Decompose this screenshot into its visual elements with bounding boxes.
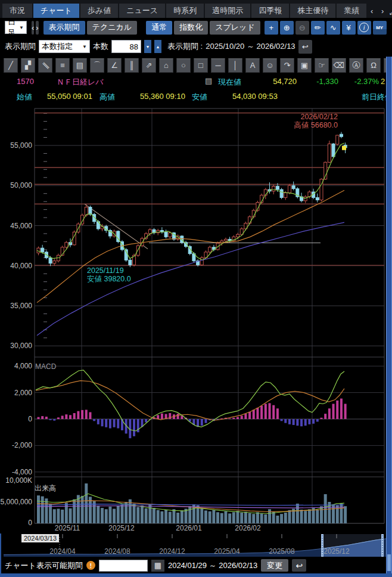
symbol-name: ＮＦ日経レバ — [57, 77, 104, 88]
draw-tool-fan-arc[interactable]: ⌒ — [90, 58, 104, 73]
count-mode-select[interactable]: 本数指定 ▼ — [39, 40, 90, 53]
spread-mode-button[interactable]: スプレッド — [210, 21, 260, 35]
count-spin-down[interactable]: ▼ — [144, 40, 151, 53]
tab-8[interactable]: 株主優待 — [290, 4, 335, 18]
main-toolbar: 日足 ▼ ‹ › 表示期間 テクニカル 通常 指数化 スプレッド +⊕⊖✏∿¥i… — [0, 19, 385, 36]
draw-tool-eraser-text[interactable]: Ⓐ — [349, 58, 363, 73]
horizontal-lines-3-icon: ≡ — [60, 61, 65, 70]
draw-tool-fan-lines[interactable]: ∠ — [107, 58, 122, 73]
zoom-out-button[interactable]: ⊖ — [295, 21, 309, 35]
order-board-icon[interactable]: ▤ — [205, 76, 212, 85]
draw-tool-horizontal-lines-3[interactable]: ≡ — [55, 58, 70, 73]
draw-tool-copy[interactable]: ▣ — [297, 58, 312, 73]
timeframe-value: 日足 — [8, 17, 15, 38]
tab-6[interactable]: 適時開示 — [205, 4, 250, 18]
crosshair-button[interactable]: + — [265, 21, 278, 35]
technical-button[interactable]: テクニカル — [87, 21, 138, 35]
svg-text:55,000: 55,000 — [10, 141, 32, 150]
svg-text:2025/08: 2025/08 — [269, 547, 295, 556]
draw-tool-hand-pan[interactable]: ☞ — [315, 58, 329, 73]
draw-tool-ruler-band[interactable]: ▞ — [21, 58, 35, 73]
draw-tool-eraser[interactable]: ⌫ — [332, 58, 346, 73]
svg-text:2024/08: 2024/08 — [104, 547, 130, 556]
open-label: 始値 — [17, 92, 32, 103]
grid-layer: 55,00050,00045,00040,00035,00030,0002025… — [10, 108, 384, 532]
low-value: 54,030 09:53 — [232, 92, 278, 101]
zoom-in-button[interactable]: ⊕ — [280, 21, 294, 35]
tab-9[interactable]: 業績 — [337, 4, 366, 18]
draw-tool-horizontal-segment[interactable]: ─ — [211, 58, 225, 73]
tab-4[interactable]: ニュース — [119, 4, 165, 18]
tab-scroll-right-button[interactable]: › — [378, 7, 387, 16]
draw-tool-pentagon[interactable]: ⌂ — [159, 58, 173, 73]
volume-pane: 10,000K5,000,0000出来高 — [1, 476, 347, 527]
svg-text:0: 0 — [28, 415, 32, 423]
reset-button[interactable]: ↩ — [292, 559, 306, 572]
expand-icon[interactable]: ↗ ↙ — [389, 7, 392, 16]
svg-text:35,000: 35,000 — [10, 302, 32, 310]
display-range-button[interactable]: 表示期間 — [43, 21, 85, 35]
svg-text:30,000: 30,000 — [10, 342, 32, 350]
indexed-mode-button[interactable]: 指数化 — [174, 21, 208, 35]
normal-mode-button[interactable]: 通常 — [146, 21, 172, 35]
horizontal-segment-icon: ─ — [215, 61, 220, 70]
bottom-bar: チャート表示可能期間 ! ▦ 2024/01/29 ～ 2026/02/13 変… — [1, 557, 385, 573]
arrow-line-icon: ⇗ — [146, 61, 153, 70]
period-prev-button[interactable]: ‹ — [32, 21, 34, 35]
count-input[interactable]: 88 — [111, 40, 141, 53]
timeframe-select[interactable]: 日足 ▼ — [5, 21, 27, 34]
date-input[interactable] — [99, 560, 148, 572]
draw-tool-redo[interactable]: ↷ — [280, 58, 294, 73]
copy-icon: ▣ — [301, 61, 308, 70]
period-next-button[interactable]: › — [36, 21, 38, 35]
svg-text:MACD: MACD — [35, 362, 57, 371]
select-arrow-icon: ▼ — [19, 25, 24, 30]
tab-3[interactable]: 歩み値 — [80, 4, 118, 18]
svg-text:0: 0 — [28, 519, 32, 527]
svg-text:-4,000: -4,000 — [12, 468, 32, 476]
svg-text:10,000K: 10,000K — [5, 476, 32, 485]
draw-pencil-button[interactable]: ✏ — [311, 21, 325, 35]
tab-1[interactable]: 市況 — [2, 4, 32, 18]
svg-text:4,000: 4,000 — [14, 362, 32, 370]
yen-axis-button[interactable]: ¥ — [342, 21, 356, 35]
period-toolbar: 表示期間 本数指定 ▼ 本数 88 ▼ ▲ 表示期間 : 2025/10/20 … — [0, 38, 385, 55]
draw-tool-arrow-line[interactable]: ⇗ — [142, 58, 156, 73]
tab-5[interactable]: 時系列 — [166, 4, 204, 18]
draw-tool-ellipse[interactable]: ○ — [176, 58, 191, 73]
svg-text:安値 39820.0: 安値 39820.0 — [87, 275, 131, 283]
tab-list: 市況チャート歩み値ニュース時系列適時開示四季報株主優待業績 — [2, 4, 368, 18]
fan-arc-icon: ⌒ — [94, 60, 101, 71]
drawing-toolbar: ╱▞∥≡▤⌒∠║⇗⌂○□─│A☺↷▣☞⌫ⒶΩ✎ — [0, 57, 385, 73]
my-chart-button[interactable]: MY — [373, 21, 387, 35]
clipped-value: 2 — [381, 77, 385, 86]
count-spin-up[interactable]: ▲ — [154, 40, 161, 53]
tab-2[interactable]: チャート — [33, 4, 79, 18]
draw-tool-rectangle[interactable]: □ — [194, 58, 208, 73]
draw-tool-stamp-icon[interactable]: ☺ — [263, 58, 277, 73]
available-range-value: 2024/01/29 ～ 2026/02/13 — [168, 560, 257, 571]
svg-text:40,000: 40,000 — [10, 262, 32, 270]
change-button[interactable]: 変更 — [261, 559, 288, 572]
horizontal-lines-4-icon: ▤ — [76, 61, 83, 70]
draw-tool-vertical-lines[interactable]: ║ — [125, 58, 139, 73]
svg-text:高値 56680.0: 高値 56680.0 — [294, 121, 338, 129]
info-button[interactable]: i — [357, 21, 371, 35]
draw-tool-parallel-lines[interactable]: ∥ — [38, 58, 52, 73]
scrollbar-thumb[interactable] — [387, 554, 391, 571]
calendar-icon[interactable]: ▦ — [151, 560, 164, 572]
range-value: 2025/10/20 ～ 2026/02/13 — [206, 41, 295, 52]
draw-tool-text-tool[interactable]: A — [245, 58, 260, 73]
right-scrollbar[interactable] — [386, 57, 392, 573]
reset-range-button[interactable]: ↩ — [298, 40, 312, 54]
main-chart[interactable]: 55,00050,00045,00040,00035,00030,0002025… — [0, 105, 392, 533]
draw-tool-magnet[interactable]: Ω — [366, 58, 381, 73]
line-chart-pointer-button[interactable]: ∿ — [326, 21, 340, 35]
tab-7[interactable]: 四季報 — [251, 4, 289, 18]
svg-text:2026/02/12: 2026/02/12 — [300, 113, 338, 121]
tab-scroll-left-button[interactable]: ‹ — [368, 7, 376, 16]
draw-tool-trend-line[interactable]: ╱ — [4, 58, 18, 73]
draw-tool-horizontal-lines-4[interactable]: ▤ — [73, 58, 87, 73]
draw-tool-vertical-segment[interactable]: │ — [228, 58, 242, 73]
svg-text:45,000: 45,000 — [10, 222, 32, 230]
